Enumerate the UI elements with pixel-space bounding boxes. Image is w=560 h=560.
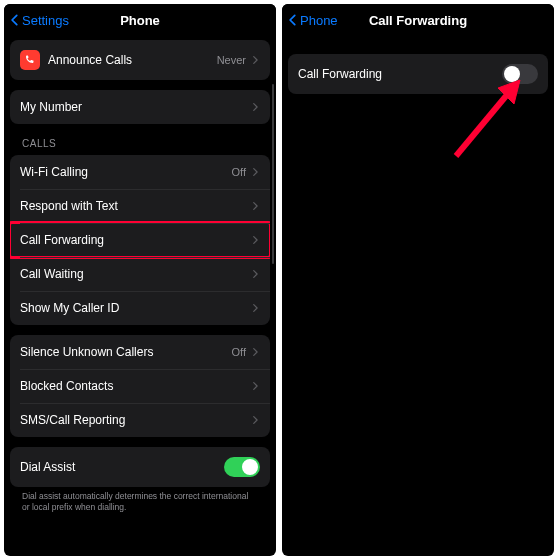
row-label: Silence Unknown Callers: [20, 345, 232, 359]
row-call-waiting[interactable]: Call Waiting: [10, 257, 270, 291]
chevron-right-icon: [250, 55, 260, 65]
phone-settings-screen: Settings Phone Announce Calls Never My N…: [4, 4, 276, 556]
row-label: Respond with Text: [20, 199, 250, 213]
chevron-right-icon: [250, 303, 260, 313]
row-announce-calls[interactable]: Announce Calls Never: [10, 40, 270, 80]
back-button[interactable]: Settings: [8, 4, 69, 36]
row-value: Off: [232, 166, 246, 178]
row-label: Call Waiting: [20, 267, 250, 281]
row-silence-unknown[interactable]: Silence Unknown Callers Off: [10, 335, 270, 369]
row-label: SMS/Call Reporting: [20, 413, 250, 427]
content-area: Announce Calls Never My Number CALLS Wi-…: [4, 36, 276, 556]
group-spam: Silence Unknown Callers Off Blocked Cont…: [10, 335, 270, 437]
section-header-calls: CALLS: [10, 124, 270, 153]
chevron-right-icon: [250, 201, 260, 211]
row-label: Dial Assist: [20, 460, 224, 474]
chevron-right-icon: [250, 102, 260, 112]
row-label: Call Forwarding: [20, 233, 250, 247]
row-respond-with-text[interactable]: Respond with Text: [10, 189, 270, 223]
nav-bar: Phone Call Forwarding: [282, 4, 554, 36]
back-label: Phone: [300, 13, 338, 28]
row-blocked-contacts[interactable]: Blocked Contacts: [10, 369, 270, 403]
page-title: Phone: [120, 13, 160, 28]
chevron-right-icon: [250, 269, 260, 279]
row-call-forwarding-toggle[interactable]: Call Forwarding: [288, 54, 548, 94]
row-sms-call-reporting[interactable]: SMS/Call Reporting: [10, 403, 270, 437]
chevron-right-icon: [250, 235, 260, 245]
back-button[interactable]: Phone: [286, 4, 338, 36]
chevron-right-icon: [250, 347, 260, 357]
row-label: My Number: [20, 100, 250, 114]
row-label: Announce Calls: [48, 53, 217, 67]
row-label: Blocked Contacts: [20, 379, 250, 393]
group-call-forwarding-toggle: Call Forwarding: [288, 54, 548, 94]
call-forwarding-screen: Phone Call Forwarding Call Forwarding: [282, 4, 554, 556]
nav-bar: Settings Phone: [4, 4, 276, 36]
chevron-right-icon: [250, 167, 260, 177]
chevron-right-icon: [250, 415, 260, 425]
row-my-number[interactable]: My Number: [10, 90, 270, 124]
dial-assist-toggle[interactable]: [224, 457, 260, 477]
dial-assist-footer: Dial assist automatically determines the…: [10, 487, 270, 513]
row-call-forwarding[interactable]: Call Forwarding: [10, 223, 270, 257]
call-forwarding-toggle[interactable]: [502, 64, 538, 84]
group-announce: Announce Calls Never: [10, 40, 270, 80]
back-label: Settings: [22, 13, 69, 28]
row-label: Call Forwarding: [298, 67, 502, 81]
chevron-left-icon: [8, 13, 22, 27]
chevron-left-icon: [286, 13, 300, 27]
group-calls: Wi-Fi Calling Off Respond with Text Call…: [10, 155, 270, 325]
group-dial-assist: Dial Assist: [10, 447, 270, 487]
row-show-caller-id[interactable]: Show My Caller ID: [10, 291, 270, 325]
row-label: Show My Caller ID: [20, 301, 250, 315]
page-title: Call Forwarding: [369, 13, 467, 28]
scrollbar[interactable]: [272, 84, 274, 264]
content-area: Call Forwarding: [282, 36, 554, 556]
phone-app-icon: [20, 50, 40, 70]
row-dial-assist[interactable]: Dial Assist: [10, 447, 270, 487]
chevron-right-icon: [250, 381, 260, 391]
row-value: Never: [217, 54, 246, 66]
row-label: Wi-Fi Calling: [20, 165, 232, 179]
group-my-number: My Number: [10, 90, 270, 124]
row-value: Off: [232, 346, 246, 358]
row-wifi-calling[interactable]: Wi-Fi Calling Off: [10, 155, 270, 189]
